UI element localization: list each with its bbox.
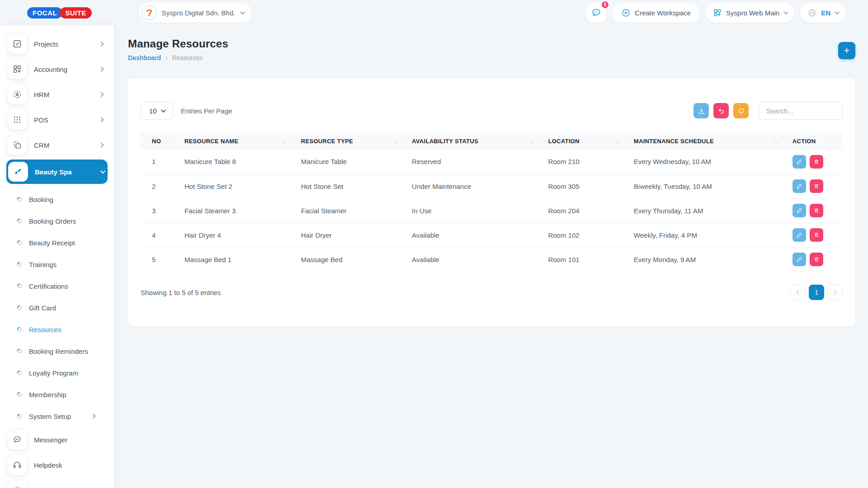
- gear-icon: [7, 480, 27, 488]
- cell-maintenance-schedule: Every Thursday, 11 AM: [629, 198, 788, 223]
- column-header-resource-type[interactable]: RESOURCE TYPE↑↓: [297, 132, 407, 150]
- column-header-availability-status[interactable]: AVAILABILITY STATUS↑↓: [407, 132, 543, 150]
- messages-button[interactable]: 0: [586, 3, 606, 23]
- chevron-down-icon: [161, 108, 166, 113]
- add-resource-button[interactable]: +: [838, 42, 855, 59]
- sidebar-item-label: Beauty Spa: [35, 168, 100, 176]
- sidebar: Projects Accounting HRM POS CRM Bea: [0, 25, 114, 488]
- sidebar-item-booking-orders[interactable]: Booking Orders: [17, 212, 107, 230]
- create-workspace-label: Create Workspace: [635, 9, 691, 17]
- sidebar-item-resources[interactable]: Resources: [17, 320, 107, 338]
- column-header-resource-name[interactable]: RESOURCE NAME↑↓: [180, 132, 297, 150]
- sidebar-item-label: Settings: [34, 487, 99, 488]
- edit-button[interactable]: [793, 204, 806, 217]
- cell-location: Room 204: [543, 198, 629, 223]
- projects-icon: [7, 34, 27, 54]
- sidebar-item-trainings[interactable]: Trainings: [17, 255, 107, 273]
- edit-button[interactable]: [793, 253, 806, 266]
- cell-maintenance-schedule: Biweekly, Tuesday, 10 AM: [629, 174, 788, 198]
- column-header-maintenance-schedule[interactable]: MAINTENANCE SCHEDULE↑↓: [629, 132, 788, 150]
- sidebar-item-beauty-receipt[interactable]: Beauty Receipt: [17, 234, 107, 252]
- delete-button[interactable]: [810, 228, 823, 242]
- sidebar-item-system-setup[interactable]: System Setup: [17, 407, 107, 425]
- undo-button[interactable]: [713, 103, 729, 118]
- sidebar-item-hrm[interactable]: HRM: [7, 84, 107, 105]
- delete-button[interactable]: [810, 204, 823, 217]
- cell-resource-name: Manicure Table 8: [180, 150, 297, 174]
- sidebar-item-label: HRM: [34, 91, 99, 99]
- delete-button[interactable]: [810, 155, 823, 169]
- sidebar-item-accounting[interactable]: Accounting: [7, 58, 107, 80]
- app-selector[interactable]: Syspro Web Main: [706, 3, 794, 23]
- entries-per-page-select[interactable]: 10: [141, 102, 173, 120]
- chevron-right-icon: [99, 142, 104, 147]
- cell-resource-type: Hot Stone Set: [297, 174, 407, 198]
- cell-resource-name: Hot Stone Set 2: [180, 174, 297, 198]
- edit-button[interactable]: [793, 179, 806, 193]
- trash-icon: [813, 256, 820, 263]
- cell-no: 5: [141, 247, 180, 272]
- cell-action: [788, 198, 843, 223]
- cell-location: Room 305: [543, 174, 629, 198]
- pos-icon: [7, 110, 27, 130]
- cell-availability-status: In Use: [407, 198, 543, 223]
- cell-location: Room 210: [543, 150, 629, 174]
- bullet-icon: [16, 413, 23, 419]
- sidebar-item-membership[interactable]: Membership: [17, 385, 107, 404]
- pencil-icon: [796, 207, 802, 214]
- column-header-no: NO: [141, 132, 180, 150]
- chevron-left-icon: [797, 290, 801, 295]
- messenger-icon: [7, 430, 27, 450]
- cell-action: [788, 150, 843, 174]
- sort-icon: ↑↓: [774, 139, 783, 145]
- sidebar-item-helpdesk[interactable]: Helpdesk: [7, 454, 107, 476]
- sidebar-item-gift-card[interactable]: Gift Card: [17, 299, 107, 317]
- sidebar-item-loyalty-program[interactable]: Loyalty Program: [17, 364, 107, 382]
- chevron-down-icon: [100, 169, 105, 174]
- edit-button[interactable]: [793, 155, 806, 169]
- bullet-icon: [16, 218, 23, 224]
- bullet-icon: [16, 391, 23, 398]
- sidebar-item-booking-reminders[interactable]: Booking Reminders: [17, 342, 107, 360]
- cell-resource-name: Massage Bed 1: [180, 247, 297, 272]
- create-workspace-button[interactable]: Create Workspace: [612, 3, 700, 23]
- export-button[interactable]: [693, 103, 709, 118]
- accounting-icon: [7, 59, 27, 79]
- refresh-button[interactable]: [733, 103, 749, 118]
- next-page-button[interactable]: [827, 285, 843, 300]
- edit-button[interactable]: [793, 228, 806, 242]
- column-header-location[interactable]: LOCATION↑↓: [543, 132, 629, 150]
- table-row: 1 Manicure Table 8 Manicure Table Reserv…: [141, 150, 843, 174]
- app-logo: FOCAL SUITE: [27, 7, 92, 19]
- sidebar-item-pos[interactable]: POS: [7, 109, 107, 131]
- chevron-down-icon: [240, 9, 245, 14]
- trash-icon: [813, 207, 820, 214]
- sidebar-item-beauty-spa[interactable]: Beauty Spa: [6, 160, 108, 184]
- sidebar-item-crm[interactable]: CRM: [7, 134, 107, 156]
- page-number-button[interactable]: 1: [809, 285, 824, 300]
- sidebar-item-projects[interactable]: Projects: [7, 33, 107, 55]
- bullet-icon: [16, 239, 23, 246]
- breadcrumb: Dashboard › Resources: [128, 54, 228, 61]
- cell-no: 3: [141, 198, 180, 223]
- delete-button[interactable]: [810, 253, 823, 266]
- language-selector[interactable]: EN: [800, 3, 845, 23]
- sidebar-item-booking[interactable]: Booking: [17, 190, 107, 208]
- chevron-right-icon: [99, 41, 104, 46]
- chevron-right-icon: [99, 92, 104, 97]
- cell-location: Room 101: [543, 247, 629, 272]
- sidebar-item-certifications[interactable]: Certifications: [17, 277, 107, 295]
- topbar: FOCAL SUITE Syspro Digital Sdn. Bhd. 0 C…: [0, 0, 868, 25]
- previous-page-button[interactable]: [790, 285, 806, 300]
- breadcrumb-dashboard-link[interactable]: Dashboard: [128, 54, 161, 61]
- sidebar-item-label: Helpdesk: [34, 461, 107, 469]
- sidebar-item-messenger[interactable]: Messenger: [7, 429, 107, 450]
- delete-button[interactable]: [810, 179, 823, 193]
- search-input[interactable]: [759, 102, 843, 120]
- bullet-icon: [16, 348, 23, 354]
- app-selector-label: Syspro Web Main: [726, 9, 779, 17]
- pencil-icon: [796, 159, 802, 165]
- sidebar-item-settings[interactable]: Settings: [7, 479, 107, 488]
- globe-icon: [807, 8, 817, 18]
- workspace-selector[interactable]: Syspro Digital Sdn. Bhd.: [139, 3, 252, 23]
